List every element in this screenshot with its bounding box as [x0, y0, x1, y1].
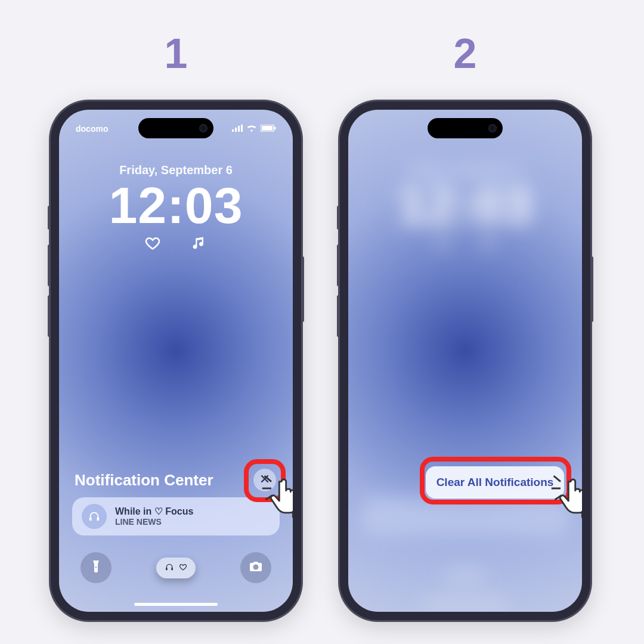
lockscreen-widgets [348, 235, 582, 254]
svg-line-11 [554, 476, 561, 482]
battery-icon [261, 124, 276, 134]
music-icon [191, 235, 208, 254]
music-icon [480, 235, 497, 254]
svg-rect-1 [235, 128, 237, 132]
lockscreen-date: Friday, September 6 [59, 163, 293, 177]
side-button [301, 256, 304, 322]
pointer-hand-icon [549, 466, 582, 522]
mute-switch [337, 206, 340, 230]
phone-frame-2: Friday, September 6 12:03 Clear All [340, 101, 590, 620]
lockscreen-time: 12:03 [348, 179, 582, 231]
phone-frame-1: docomo Friday, September 6 [51, 101, 301, 620]
camera-icon [249, 559, 263, 576]
heart-icon [144, 235, 161, 254]
lockscreen-widgets [59, 235, 293, 254]
notification-source: LINE NEWS [115, 517, 193, 527]
headphones-icon [82, 504, 107, 529]
pointer-hand-icon [260, 466, 293, 522]
lock-screen-blurred[interactable]: Friday, September 6 12:03 Clear All [348, 110, 582, 612]
notification-center-title: Notification Center [75, 471, 213, 490]
lockscreen-time: 12:03 [59, 179, 293, 231]
side-button [590, 256, 593, 322]
focus-indicator-ghost [444, 569, 486, 583]
volume-up-button [48, 244, 51, 286]
cellular-signal-icon [232, 124, 243, 134]
home-indicator[interactable] [134, 603, 218, 606]
heart-icon [434, 235, 450, 254]
flashlight-button[interactable] [80, 552, 112, 583]
svg-rect-2 [238, 126, 240, 132]
date-time-block: Friday, September 6 12:03 [59, 163, 293, 231]
volume-down-button [48, 295, 51, 337]
heart-icon [179, 563, 187, 573]
mute-switch [48, 206, 51, 230]
carrier-label: docomo [76, 124, 108, 134]
wifi-icon [246, 124, 257, 134]
step-number-1: 1 [51, 30, 301, 78]
svg-rect-5 [262, 126, 273, 131]
date-time-block: Friday, September 6 12:03 [348, 163, 582, 231]
svg-rect-6 [274, 127, 276, 130]
step-number-2: 2 [340, 30, 590, 78]
volume-down-button [337, 295, 340, 337]
lockscreen-date: Friday, September 6 [348, 163, 582, 177]
flashlight-icon [89, 559, 103, 576]
lock-screen[interactable]: docomo Friday, September 6 [59, 110, 293, 612]
dynamic-island [428, 118, 503, 138]
headphones-icon [165, 562, 174, 574]
camera-button[interactable] [240, 552, 271, 583]
dynamic-island [138, 118, 213, 138]
svg-rect-0 [232, 129, 234, 132]
notification-title: While in ♡ Focus [115, 506, 193, 517]
svg-rect-3 [241, 125, 243, 132]
notification-card[interactable]: While in ♡ Focus LINE NEWS [72, 497, 280, 535]
highlight-rectangle [420, 457, 571, 504]
svg-line-7 [265, 476, 271, 482]
focus-indicator[interactable] [156, 558, 196, 578]
home-indicator[interactable] [423, 603, 507, 606]
volume-up-button [337, 244, 340, 286]
